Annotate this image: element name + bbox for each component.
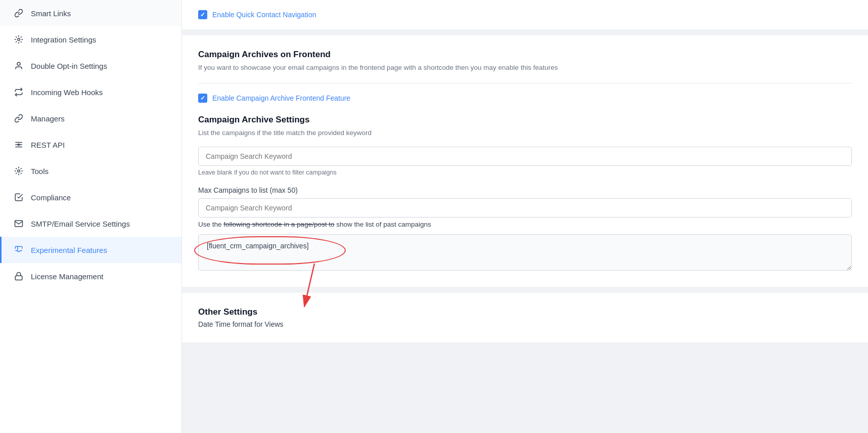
sidebar-item-incoming-web-hooks[interactable]: Incoming Web Hooks	[0, 79, 181, 105]
svg-point-0	[18, 38, 20, 41]
sidebar-item-rest-api[interactable]: REST API	[0, 132, 181, 158]
campaign-search-keyword-input[interactable]	[198, 147, 852, 166]
sidebar-item-compliance[interactable]: Compliance	[0, 184, 181, 210]
main-content: Enable Quick Contact Navigation Campaign…	[182, 0, 868, 433]
smart-links-icon	[14, 8, 24, 18]
quick-contact-section: Enable Quick Contact Navigation	[182, 0, 868, 29]
sidebar-item-managers[interactable]: Managers	[0, 105, 181, 132]
sidebar-label-smart-links: Smart Links	[31, 9, 71, 18]
divider-1	[198, 83, 852, 83]
sidebar: Smart Links Integration Settings Double …	[0, 0, 182, 433]
svg-rect-4	[15, 276, 22, 280]
sidebar-label-double-opt-in: Double Opt-in Settings	[31, 62, 107, 70]
search-hint: Leave blank if you do not want to filter…	[198, 169, 852, 176]
smtp-icon	[14, 219, 24, 229]
campaign-archives-title: Campaign Archives on Frontend	[198, 50, 852, 60]
max-campaigns-input[interactable]	[198, 198, 852, 218]
sidebar-label-experimental: Experimental Features	[31, 246, 107, 254]
sidebar-label-compliance: Compliance	[31, 193, 71, 202]
enable-quick-contact-label[interactable]: Enable Quick Contact Navigation	[212, 11, 316, 19]
max-campaigns-label: Max Campaigns to list (max 50)	[198, 186, 852, 194]
sidebar-label-tools: Tools	[31, 167, 49, 176]
other-settings-title: Other Settings	[198, 307, 852, 317]
archive-settings-desc: List the campaigns if the title match th…	[198, 128, 852, 138]
sidebar-item-smart-links[interactable]: Smart Links	[0, 0, 181, 26]
sidebar-label-incoming-web-hooks: Incoming Web Hooks	[31, 88, 103, 97]
license-icon	[14, 271, 24, 281]
sidebar-item-experimental[interactable]: Experimental Features	[0, 237, 181, 263]
compliance-icon	[14, 192, 24, 202]
managers-icon	[14, 113, 24, 123]
incoming-web-hooks-icon	[14, 87, 24, 97]
shortcode-container: [fluent_crm_campaign_archives]	[198, 234, 852, 273]
svg-point-1	[17, 62, 20, 65]
sidebar-label-rest-api: REST API	[31, 141, 65, 149]
enable-quick-contact-checkbox[interactable]	[198, 10, 207, 19]
archive-settings-title: Campaign Archive Settings	[198, 115, 852, 125]
sidebar-item-smtp[interactable]: SMTP/Email Service Settings	[0, 210, 181, 237]
sidebar-label-integration-settings: Integration Settings	[31, 35, 96, 44]
enable-campaign-archive-label[interactable]: Enable Campaign Archive Frontend Feature	[212, 94, 350, 102]
campaign-archives-section: Campaign Archives on Frontend If you wan…	[182, 35, 868, 287]
other-settings-section: Other Settings Date Time format for View…	[182, 293, 868, 342]
sidebar-item-integration-settings[interactable]: Integration Settings	[0, 26, 181, 53]
double-opt-in-icon	[14, 61, 24, 71]
svg-point-3	[18, 170, 20, 172]
sidebar-item-tools[interactable]: Tools	[0, 158, 181, 184]
campaign-archives-desc: If you want to showcase your email campa…	[198, 63, 852, 73]
sidebar-label-smtp: SMTP/Email Service Settings	[31, 220, 130, 228]
rest-api-icon	[14, 140, 24, 150]
sidebar-label-license: License Management	[31, 272, 103, 281]
sidebar-label-managers: Managers	[31, 114, 65, 123]
tools-icon	[14, 166, 24, 176]
shortcode-textarea[interactable]: [fluent_crm_campaign_archives]	[198, 234, 852, 271]
experimental-icon	[14, 245, 24, 255]
sidebar-item-double-opt-in[interactable]: Double Opt-in Settings	[0, 53, 181, 79]
shortcode-note: Use the following shortcode in a page/po…	[198, 221, 852, 228]
datetime-label: Date Time format for Views	[198, 320, 852, 328]
integration-settings-icon	[14, 34, 24, 45]
enable-campaign-archive-checkbox[interactable]	[198, 94, 207, 103]
sidebar-item-license[interactable]: License Management	[0, 263, 181, 289]
